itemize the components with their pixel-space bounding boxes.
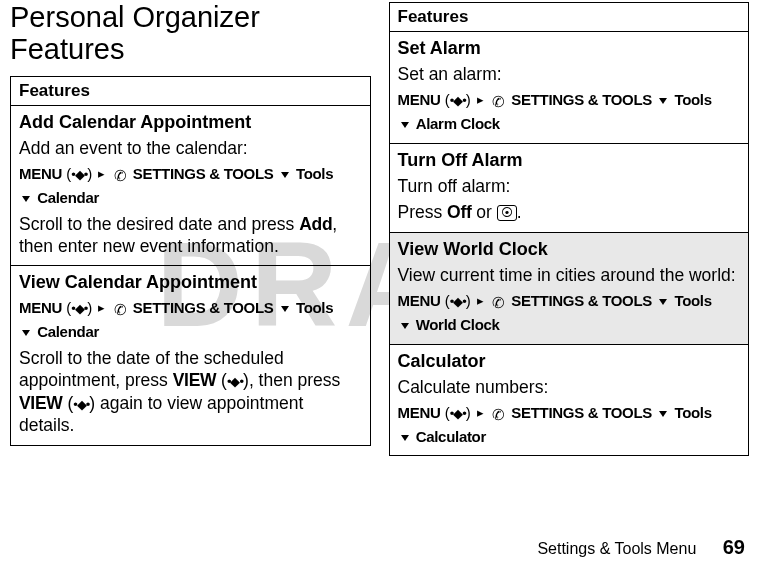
down-triangle-icon <box>401 435 409 441</box>
center-key-icon: •◆• <box>71 300 87 319</box>
tools-label: Tools <box>296 299 333 316</box>
tools-label: Tools <box>296 165 333 182</box>
features-header: Features <box>11 77 370 106</box>
page-footer: Settings & Tools Menu 69 <box>537 536 745 559</box>
menu-path: MENU (•◆•) ▸ ✆ SETTINGS & TOOLS Tools Ca… <box>398 402 741 448</box>
settings-icon: ✆ <box>492 404 505 426</box>
settings-label: SETTINGS & TOOLS <box>511 292 652 309</box>
down-triangle-icon <box>22 330 30 336</box>
tools-label: Tools <box>674 292 711 309</box>
menu-label: MENU <box>398 404 441 421</box>
down-triangle-icon <box>401 122 409 128</box>
add-label: Add <box>299 214 332 234</box>
left-column: Personal Organizer Features Features Add… <box>10 2 371 456</box>
tools-label: Tools <box>674 404 711 421</box>
menu-label: MENU <box>398 91 441 108</box>
feature-desc: View current time in cities around the w… <box>398 264 741 286</box>
end-key-icon: ⦿ <box>497 205 517 221</box>
center-key-icon: •◆• <box>71 166 87 185</box>
text: Scroll to the desired date and press <box>19 214 299 234</box>
feature-view-calendar: View Calendar Appointment MENU (•◆•) ▸ ✆… <box>11 266 370 444</box>
feature-desc: Calculate numbers: <box>398 376 741 398</box>
feature-desc: Add an event to the calendar: <box>19 137 362 159</box>
feature-title: View Calendar Appointment <box>19 272 362 293</box>
center-key-icon: •◆• <box>450 293 466 312</box>
down-triangle-icon <box>22 196 30 202</box>
feature-calculator: Calculator Calculate numbers: MENU (•◆•)… <box>390 345 749 456</box>
right-column: Features Set Alarm Set an alarm: MENU (•… <box>389 2 750 456</box>
feature-world-clock: View World Clock View current time in ci… <box>390 233 749 345</box>
down-triangle-icon <box>659 98 667 104</box>
right-arrow-icon: ▸ <box>477 404 484 423</box>
menu-path: MENU (•◆•) ▸ ✆ SETTINGS & TOOLS Tools Ca… <box>19 163 362 209</box>
feature-title: View World Clock <box>398 239 741 260</box>
page-number: 69 <box>723 536 745 558</box>
view-label: VIEW <box>173 370 217 390</box>
feature-title: Add Calendar Appointment <box>19 112 362 133</box>
feature-turn-off-alarm: Turn Off Alarm Turn off alarm: Press Off… <box>390 144 749 233</box>
off-label: Off <box>447 202 471 222</box>
submenu-label: Calendar <box>37 189 99 206</box>
down-triangle-icon <box>659 299 667 305</box>
center-key-icon: •◆• <box>450 92 466 111</box>
features-table-left: Features Add Calendar Appointment Add an… <box>10 76 371 446</box>
right-arrow-icon: ▸ <box>98 299 105 318</box>
down-triangle-icon <box>659 411 667 417</box>
submenu-label: Calculator <box>416 428 486 445</box>
feature-instructions: Scroll to the date of the scheduled appo… <box>19 347 362 437</box>
tools-label: Tools <box>674 91 711 108</box>
feature-instructions: Press Off or ⦿. <box>398 201 741 223</box>
page-title: Personal Organizer Features <box>10 2 371 66</box>
down-triangle-icon <box>401 323 409 329</box>
text: , then press <box>249 370 340 390</box>
down-triangle-icon <box>281 172 289 178</box>
settings-icon: ✆ <box>492 292 505 314</box>
center-key-icon: •◆• <box>227 374 243 391</box>
down-triangle-icon <box>281 306 289 312</box>
settings-icon: ✆ <box>492 91 505 113</box>
feature-desc: Turn off alarm: <box>398 175 741 197</box>
text: . <box>517 202 522 222</box>
center-key-icon: •◆• <box>450 405 466 424</box>
view-label: VIEW <box>19 393 63 413</box>
feature-set-alarm: Set Alarm Set an alarm: MENU (•◆•) ▸ ✆ S… <box>390 32 749 144</box>
settings-icon: ✆ <box>114 299 127 321</box>
menu-path: MENU (•◆•) ▸ ✆ SETTINGS & TOOLS Tools Ca… <box>19 297 362 343</box>
center-key-icon: •◆• <box>73 397 89 414</box>
features-table-right: Features Set Alarm Set an alarm: MENU (•… <box>389 2 750 456</box>
right-arrow-icon: ▸ <box>477 292 484 311</box>
menu-label: MENU <box>398 292 441 309</box>
feature-title: Set Alarm <box>398 38 741 59</box>
submenu-label: Alarm Clock <box>416 115 500 132</box>
feature-desc: Set an alarm: <box>398 63 741 85</box>
settings-label: SETTINGS & TOOLS <box>133 299 274 316</box>
settings-label: SETTINGS & TOOLS <box>133 165 274 182</box>
footer-section: Settings & Tools Menu <box>537 540 696 557</box>
right-arrow-icon: ▸ <box>98 165 105 184</box>
menu-path: MENU (•◆•) ▸ ✆ SETTINGS & TOOLS Tools Wo… <box>398 290 741 336</box>
feature-add-calendar: Add Calendar Appointment Add an event to… <box>11 106 370 267</box>
page-content: Personal Organizer Features Features Add… <box>0 0 759 456</box>
feature-title: Turn Off Alarm <box>398 150 741 171</box>
submenu-label: World Clock <box>416 316 500 333</box>
settings-icon: ✆ <box>114 165 127 187</box>
submenu-label: Calendar <box>37 323 99 340</box>
settings-label: SETTINGS & TOOLS <box>511 91 652 108</box>
feature-instructions: Scroll to the desired date and press Add… <box>19 213 362 258</box>
right-arrow-icon: ▸ <box>477 91 484 110</box>
features-header: Features <box>390 3 749 32</box>
menu-label: MENU <box>19 165 62 182</box>
text: or <box>471 202 496 222</box>
text: Press <box>398 202 448 222</box>
feature-title: Calculator <box>398 351 741 372</box>
menu-path: MENU (•◆•) ▸ ✆ SETTINGS & TOOLS Tools Al… <box>398 89 741 135</box>
settings-label: SETTINGS & TOOLS <box>511 404 652 421</box>
text: Scroll to the date of the scheduled appo… <box>19 348 284 390</box>
menu-label: MENU <box>19 299 62 316</box>
